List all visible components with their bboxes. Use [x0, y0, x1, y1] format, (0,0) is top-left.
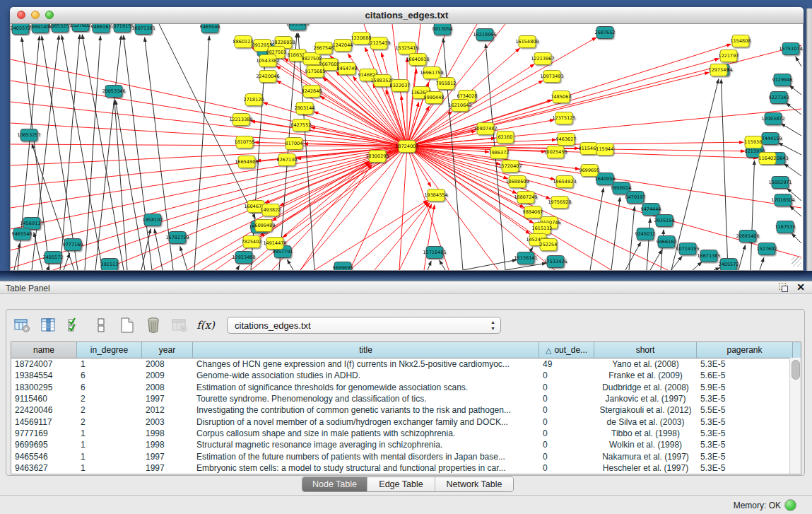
table-row[interactable]: 1938455462009Genome-wide association stu… — [11, 370, 801, 381]
network-node[interactable]: 8860123 — [233, 36, 254, 48]
network-node[interactable]: 15692971 — [768, 177, 792, 189]
network-node[interactable]: 15720407 — [498, 160, 522, 173]
network-node[interactable]: 19756928 — [548, 197, 571, 209]
network-node[interactable]: 9245012 — [635, 228, 656, 240]
network-node[interactable]: 9699695 — [333, 262, 353, 271]
table-row[interactable]: 977716911998Corpus callosum shape and si… — [11, 428, 801, 439]
column-header-year[interactable]: year — [142, 342, 193, 358]
table-row[interactable]: 946554611997Estimation of the future num… — [11, 450, 801, 462]
network-node[interactable]: 9463627 — [556, 134, 577, 146]
network-node[interactable]: 116402 — [759, 153, 777, 165]
network-node[interactable]: 62160 — [497, 132, 514, 144]
network-node[interactable]: 9474444 — [641, 204, 661, 216]
network-node[interactable]: 8454749 — [337, 63, 358, 75]
network-node[interactable]: 12213389 — [229, 114, 252, 126]
network-node[interactable]: 12093872 — [761, 113, 784, 125]
network-node[interactable]: 8427552 — [291, 119, 312, 132]
network-node[interactable]: 10025458 — [543, 146, 567, 158]
network-node[interactable]: 1167533 — [775, 221, 796, 233]
network-node[interactable]: 16033809 — [286, 24, 309, 30]
network-node[interactable]: 9465546 — [12, 228, 33, 240]
network-node[interactable]: 9884067 — [523, 206, 543, 218]
network-node[interactable]: 1810755 — [235, 136, 255, 148]
network-node[interactable]: 10973493 — [540, 71, 563, 83]
network-node[interactable]: 6479197 — [625, 192, 646, 204]
network-node[interactable]: 1615132 — [532, 223, 553, 235]
network-node[interactable]: 10543382 — [256, 55, 279, 67]
network-node[interactable]: 19654923 — [553, 176, 576, 188]
network-node[interactable]: 15716485 — [423, 247, 446, 259]
table-row[interactable]: 969969511998Structural magnetic resonanc… — [11, 439, 801, 450]
network-node[interactable]: 9242848 — [302, 86, 322, 98]
table-selector-dropdown[interactable]: citations_edges.txt ▲▼ — [227, 317, 501, 334]
column-header-in_degree[interactable]: in_degree — [77, 342, 142, 358]
network-node[interactable]: 7485063 — [551, 91, 572, 103]
network-node[interactable]: 17016504 — [771, 194, 794, 206]
network-node[interactable]: 115944 — [596, 144, 614, 156]
network-node[interactable]: 15136141 — [514, 252, 537, 264]
float-panel-icon[interactable] — [779, 283, 788, 292]
network-node[interactable]: 7955812 — [436, 78, 457, 90]
network-node[interactable]: 18807249 — [514, 192, 537, 204]
network-node[interactable]: 20053346 — [102, 86, 125, 98]
network-node[interactable]: 1221797 — [719, 50, 739, 62]
network-node[interactable]: 1527602 — [757, 243, 777, 255]
delete-table-icon[interactable] — [170, 316, 189, 334]
network-node[interactable]: 9227343 — [769, 92, 789, 104]
network-node[interactable]: 1527602 — [71, 24, 91, 32]
network-node[interactable]: 2935154 — [654, 215, 675, 227]
network-node[interactable]: 16782759 — [165, 232, 189, 244]
network-node[interactable]: 2687652 — [595, 27, 616, 39]
network-node[interactable]: 817004 — [286, 138, 303, 150]
scrollbar-thumb[interactable] — [792, 360, 800, 380]
table-settings-icon[interactable] — [13, 316, 32, 334]
network-node[interactable]: 2405572 — [719, 259, 739, 271]
select-column-icon[interactable] — [40, 316, 58, 334]
network-node[interactable]: 15751074 — [779, 43, 802, 55]
tab-node-table[interactable]: Node Table — [302, 477, 367, 491]
network-node[interactable]: 9699695 — [579, 165, 600, 177]
network-node[interactable]: 9777169 — [63, 239, 83, 251]
table-row[interactable]: 911546021997Tourette syndrome. Phenomeno… — [11, 393, 801, 404]
network-node[interactable]: 14569117 — [20, 218, 43, 230]
network-node[interactable]: 8813054 — [433, 24, 453, 35]
table-row[interactable]: 1830029562008Estimation of significance … — [11, 382, 801, 393]
network-node[interactable]: 9466162 — [657, 236, 677, 248]
function-builder-icon[interactable]: f(x) — [196, 316, 215, 334]
table-row[interactable]: 1456911722003Disruption of a novel membe… — [11, 416, 801, 427]
network-node[interactable]: 9129946 — [772, 74, 793, 86]
network-node[interactable]: 16961758 — [420, 67, 443, 79]
network-node[interactable]: 20691406 — [736, 230, 759, 243]
network-node[interactable]: 10719155 — [676, 243, 699, 255]
network-window-titlebar[interactable]: citations_edges.txt — [10, 7, 804, 24]
column-header-name[interactable]: name — [11, 342, 77, 358]
network-node[interactable]: 2405572 — [43, 252, 64, 264]
network-node[interactable]: 8267130 — [277, 154, 298, 166]
network-node[interactable]: 7986372 — [489, 147, 510, 159]
network-hub-node[interactable]: 18724007 — [395, 141, 418, 153]
network-node[interactable]: 16154808 — [515, 36, 539, 48]
network-node[interactable]: 2667546 — [314, 42, 334, 54]
network-node[interactable]: 1958107 — [143, 214, 163, 226]
column-header-title[interactable]: title — [193, 342, 539, 358]
network-node[interactable]: 9990448 — [424, 92, 445, 104]
tab-network-table[interactable]: Network Table — [435, 477, 513, 491]
network-node[interactable]: 9175685 — [305, 66, 326, 78]
network-node[interactable]: 115938 — [745, 136, 763, 148]
network-node[interactable]: 10653257 — [48, 24, 71, 33]
network-node[interactable]: 16671385 — [131, 24, 155, 35]
network-node[interactable]: 10719155 — [110, 24, 134, 33]
network-node[interactable]: 2405572 — [11, 24, 31, 35]
network-node[interactable]: 1493822 — [261, 204, 281, 216]
network-node[interactable]: 16671385 — [697, 250, 720, 262]
table-row[interactable]: 1872400712008Changes of HCN gene express… — [11, 358, 801, 370]
resize-grip-icon[interactable] — [792, 257, 801, 267]
network-node[interactable]: 1297349 — [709, 64, 729, 76]
network-node[interactable]: 9465546 — [200, 24, 220, 33]
network-node[interactable]: 17533426 — [543, 256, 567, 268]
network-node[interactable]: 8322037 — [390, 80, 411, 92]
network-node[interactable]: 16640910 — [406, 54, 429, 66]
delete-column-icon[interactable] — [144, 316, 163, 334]
network-node[interactable]: 22420046 — [256, 71, 279, 83]
new-column-icon[interactable] — [118, 316, 136, 334]
